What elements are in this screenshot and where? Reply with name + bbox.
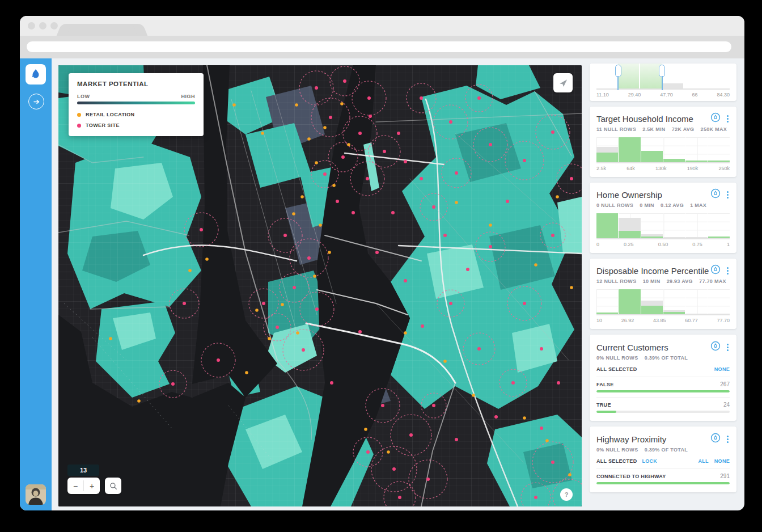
widget-title: Disposable Income Percentile [596, 266, 710, 276]
window-minimize-button[interactable] [39, 22, 46, 29]
widget-title: Highway Proximity [596, 434, 710, 444]
droplet-filter-icon[interactable] [710, 341, 721, 353]
histogram-bar [662, 83, 683, 88]
tick-label: 64k [626, 166, 635, 171]
category-row[interactable]: FALSE267 [596, 377, 730, 392]
widget-stats: 0% NULL ROWS 0.39% OF TOTAL [596, 447, 730, 453]
category-label: CONNECTED TO HIGHWAY [596, 474, 666, 479]
tick-label: 43.85 [653, 318, 666, 323]
filter-link-lock[interactable]: LOCK [642, 458, 657, 464]
droplet-filter-icon[interactable] [710, 188, 721, 201]
tick-label: 0.50 [658, 242, 668, 247]
histogram[interactable] [596, 213, 730, 239]
category-count: 24 [723, 402, 730, 408]
filter-links: ALLNONE [698, 458, 730, 464]
app-content: MARKET POTENTIAL LOW HIGH RETAIL LOCATIO… [20, 58, 744, 510]
paper-plane-icon [558, 78, 568, 88]
histogram[interactable] [596, 137, 730, 163]
range-slider-handle-right[interactable] [659, 65, 665, 77]
widget-current-customers: Current Customers 0% NULL ROWS 0.39% OF … [590, 335, 736, 421]
window-close-button[interactable] [28, 22, 35, 29]
widget-stats: 12 NULL ROWS 10 MIN 29.93 AVG 77.70 MAX [596, 278, 730, 284]
category-bar [596, 482, 730, 484]
category-bar [596, 411, 730, 413]
legend-dot-icon [77, 113, 81, 117]
tick-label: 130k [655, 166, 667, 171]
all-selected-label: ALL SELECTED [596, 366, 637, 372]
browser-toolbar [20, 36, 744, 58]
droplet-filter-icon[interactable] [710, 112, 721, 125]
tick-label: 0.75 [692, 242, 702, 247]
widget-target-household-income: Target Household Income 11 NULL ROWS 2.5… [590, 107, 736, 177]
range-slider-handle-left[interactable] [615, 65, 621, 77]
locate-button[interactable] [553, 73, 573, 92]
legend-gradient-bar [77, 102, 195, 104]
category-rows: CONNECTED TO HIGHWAY291 [596, 468, 730, 484]
droplet-filter-icon[interactable] [710, 264, 721, 277]
tick-label: 47.70 [660, 92, 673, 98]
category-count: 267 [720, 381, 730, 387]
map-search-button[interactable] [105, 478, 121, 494]
collapse-arrow-button[interactable] [28, 94, 44, 109]
legend-item: TOWER SITE [77, 123, 195, 128]
range-histogram[interactable] [596, 64, 730, 90]
legend-items: RETAIL LOCATIONTOWER SITE [77, 112, 195, 128]
histogram-ticks: 1026.9243.8560.7777.70 [596, 318, 730, 323]
legend-low-label: LOW [77, 94, 90, 99]
tick-label: 0 [596, 242, 599, 247]
kebab-menu-icon[interactable] [726, 434, 730, 444]
category-row[interactable]: TRUE24 [596, 397, 730, 413]
widget-title: Current Customers [596, 343, 710, 352]
tick-label: 84.30 [717, 92, 730, 98]
url-bar[interactable] [27, 41, 731, 52]
kebab-menu-icon[interactable] [726, 266, 730, 276]
kebab-menu-icon[interactable] [726, 190, 730, 200]
help-button[interactable]: ? [560, 488, 573, 501]
widget-home-ownership: Home Ownership 0 NULL ROWS 0 MIN 0.12 AV… [590, 183, 736, 253]
droplet-filter-icon[interactable] [710, 433, 721, 445]
tick-label: 2.5k [596, 166, 606, 171]
tick-label: 10 [596, 318, 602, 323]
widget-stats: 11 NULL ROWS 2.5K MIN 72K AVG 250K MAX [596, 126, 730, 132]
window-zoom-button[interactable] [50, 22, 58, 29]
zoom-out-button[interactable]: − [67, 478, 83, 494]
category-row[interactable]: CONNECTED TO HIGHWAY291 [596, 468, 730, 484]
tick-label: 77.70 [717, 318, 730, 323]
widget-stats: 0% NULL ROWS 0.39% OF TOTAL [596, 355, 730, 361]
histogram-ticks: 00.250.500.751 [596, 242, 730, 247]
widget-title: Target Household Income [596, 114, 710, 124]
filter-link-all[interactable]: ALL [698, 458, 708, 464]
range-filter-widget[interactable]: 11.1029.4047.706684.30 [590, 64, 736, 101]
gridline [639, 64, 640, 88]
histogram[interactable] [596, 289, 730, 315]
all-selected-label: ALL SELECTED [596, 458, 637, 464]
zoom-in-button[interactable]: + [84, 478, 100, 494]
legend-dot-icon [77, 124, 81, 128]
kebab-menu-icon[interactable] [726, 114, 730, 124]
browser-tab[interactable] [64, 24, 140, 36]
arrow-right-icon [33, 98, 40, 105]
tick-label: 11.10 [596, 92, 609, 98]
widget-highway-proximity: Highway Proximity 0% NULL ROWS 0.39% OF … [590, 427, 736, 492]
app-logo-button[interactable] [26, 64, 46, 85]
widgets-panel: 11.1029.4047.706684.30 Target Household … [582, 58, 744, 510]
tick-label: 26.92 [621, 318, 634, 323]
search-icon [109, 482, 117, 490]
category-count: 291 [720, 473, 730, 479]
map-canvas[interactable]: MARKET POTENTIAL LOW HIGH RETAIL LOCATIO… [58, 65, 582, 506]
axis-line [596, 88, 730, 90]
filter-link-none[interactable]: NONE [714, 458, 730, 464]
avatar-photo [26, 484, 46, 505]
map-zoom-controls: 13 − + [67, 465, 121, 494]
tick-label: 29.40 [628, 92, 641, 98]
legend-item: RETAIL LOCATION [77, 112, 195, 117]
filter-link-none[interactable]: NONE [714, 366, 730, 372]
kebab-menu-icon[interactable] [726, 343, 730, 352]
zoom-level-badge: 13 [67, 465, 99, 476]
tick-label: 60.77 [685, 318, 698, 323]
category-label: TRUE [596, 402, 611, 408]
app-sidebar [20, 58, 52, 510]
flame-logo-icon [30, 69, 41, 80]
user-avatar[interactable] [26, 484, 46, 505]
tick-label: 66 [692, 92, 698, 98]
